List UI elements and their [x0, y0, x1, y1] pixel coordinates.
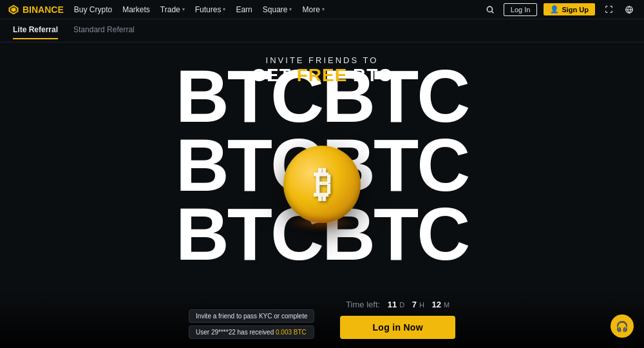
support-button[interactable]: 🎧 — [611, 314, 634, 338]
cta-section: Time left: 11 D 7 H 12 M Log in Now — [340, 300, 455, 339]
ticker-btc-amount: 0.003 BTC — [276, 329, 307, 336]
timer-hours-val: 7 — [412, 300, 417, 309]
svg-line-4 — [492, 11, 494, 13]
coin-circle: ₿ — [283, 146, 361, 223]
svg-point-3 — [487, 6, 492, 12]
hero-text: INVITE FRIENDS TO GET FREE BTC — [252, 55, 392, 86]
globe-icon[interactable] — [622, 3, 636, 17]
navbar: BINANCE Buy Crypto Markets Trade ▾ Futur… — [0, 0, 644, 19]
fullscreen-icon[interactable] — [601, 3, 616, 17]
nav-square[interactable]: Square ▾ — [263, 5, 292, 14]
tab-lite-referral[interactable]: Lite Referral — [13, 25, 58, 37]
bitcoin-coin: ₿ — [283, 146, 361, 229]
logo[interactable]: BINANCE — [8, 4, 64, 15]
futures-chevron-icon: ▾ — [223, 6, 225, 12]
notification-ticker: Invite a friend to pass KYC or complete … — [189, 309, 314, 339]
trade-chevron-icon: ▾ — [182, 6, 185, 12]
tab-standard-referral[interactable]: Standard Referral — [73, 25, 135, 37]
login-now-button[interactable]: Log in Now — [340, 316, 455, 339]
square-chevron-icon: ▾ — [289, 6, 292, 12]
timer-minutes-val: 12 — [432, 300, 441, 309]
brand-name: BINANCE — [23, 5, 64, 15]
headphone-icon: 🎧 — [616, 320, 629, 333]
nav-futures[interactable]: Futures ▾ — [195, 5, 226, 14]
timer-days-unit: D — [399, 301, 404, 309]
coin-shadow — [287, 217, 357, 229]
hero-section: BTCBTC BTCBTC BTCBTC INVITE FRIENDS TO G… — [0, 43, 644, 348]
bottom-area: Invite a friend to pass KYC or complete … — [0, 290, 644, 348]
nav-trade[interactable]: Trade ▾ — [160, 5, 185, 14]
timer-hours-unit: H — [419, 301, 424, 309]
timer-row: Time left: 11 D 7 H 12 M — [346, 300, 450, 309]
nav-earn[interactable]: Earn — [236, 5, 252, 14]
hero-title-free: FREE — [297, 65, 348, 85]
hero-subtitle: INVITE FRIENDS TO — [252, 55, 392, 65]
ticker-item-1: Invite a friend to pass KYC or complete — [189, 309, 314, 323]
hero-title: GET FREE BTC — [252, 65, 392, 86]
nav-markets[interactable]: Markets — [122, 5, 150, 14]
more-chevron-icon: ▾ — [322, 6, 325, 12]
login-button[interactable]: Log In — [504, 3, 538, 16]
nav-more[interactable]: More ▾ — [302, 5, 324, 14]
signup-icon: 👤 — [550, 5, 559, 14]
ticker-item-2: User 29****22 has received 0.003 BTC — [189, 325, 314, 339]
timer-days-val: 11 — [388, 300, 397, 309]
nav-buy-crypto[interactable]: Buy Crypto — [74, 5, 112, 14]
coin-symbol: ₿ — [314, 164, 331, 205]
signup-button[interactable]: 👤 Sign Up — [544, 3, 595, 15]
timer-minutes-unit: M — [444, 301, 450, 309]
search-icon[interactable] — [483, 3, 497, 17]
nav-actions: Log In 👤 Sign Up — [483, 3, 636, 17]
tabs-bar: Lite Referral Standard Referral — [0, 19, 644, 43]
